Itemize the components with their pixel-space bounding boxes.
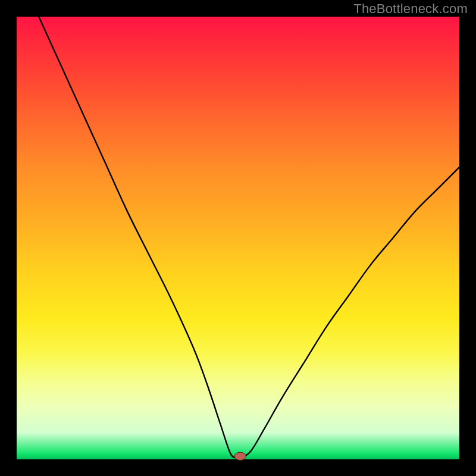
plot-area: [17, 17, 459, 459]
curve-layer: [17, 17, 459, 459]
attribution-text: TheBottleneck.com: [353, 1, 468, 17]
chart-container: TheBottleneck.com: [0, 0, 476, 476]
min-marker: [234, 452, 246, 460]
svg-point-0: [234, 452, 246, 460]
bottleneck-curve: [39, 17, 459, 458]
